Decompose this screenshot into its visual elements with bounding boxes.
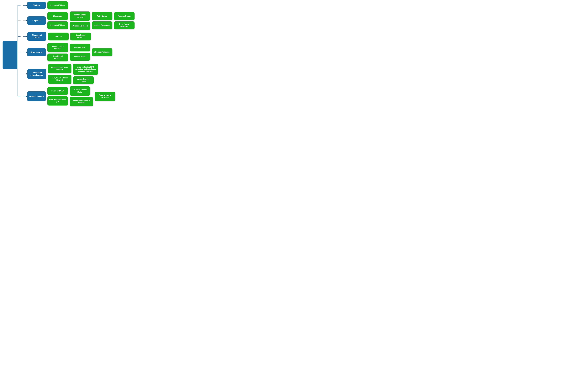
green-pair-objects-2: Fuzzy c-means clustering	[95, 92, 115, 101]
green-pair-underwater-1: dead reckoning (DR) navigation methods b…	[73, 64, 98, 84]
app-row-big-data: Big DataInternet of Things	[23, 1, 145, 9]
green-node-cybersecurity-0-1: Deep Neural Networks	[47, 53, 68, 61]
green-pair-logistics-3: Random ForestDeep Neural Networks	[114, 12, 135, 29]
green-node-underwater-1-1: Markov Random Fields	[73, 76, 94, 84]
green-pair-underwater-0: Convolutional Neural NetworkFully Convol…	[48, 64, 71, 84]
branch-arrow	[23, 96, 27, 97]
green-pair-cybersecurity-0: Support Vector MachineDeep Neural Networ…	[47, 43, 68, 61]
cat-node-objects: Objects location	[27, 91, 46, 101]
green-node-logistics-0-1: Internet of Things	[47, 21, 68, 29]
green-node-logistics-3-0: Random Forest	[114, 12, 135, 20]
root-column	[2, 1, 18, 108]
branch-arrow	[23, 51, 27, 53]
green-pair-objects-0: Fuzzy ARTMAPrules based methods of AI	[47, 87, 68, 105]
green-pair-big-data-0: Internet of Things	[47, 1, 68, 9]
horiz-branch	[23, 20, 26, 21]
horiz-branch	[23, 36, 26, 37]
green-node-objects-0-1: rules based methods of AI	[47, 96, 68, 105]
app-row-objects: Objects locationFuzzy ARTMAPrules based …	[23, 86, 145, 106]
arrow-head	[26, 20, 27, 21]
green-node-cybersecurity-0-0: Support Vector Machine	[47, 43, 68, 52]
green-node-objects-1-0: Gaussian Mixture Model	[69, 86, 90, 96]
diagram: Big DataInternet of Things LogisticsBloc…	[0, 0, 147, 110]
green-pair-logistics-2: Naive BayesLogistic Regression	[92, 12, 112, 29]
green-pair-cybersecurity-2: k-Nearest Neighbors	[92, 48, 112, 56]
green-node-underwater-0-1: Fully Convolutional Network	[48, 75, 71, 84]
green-node-logistics-3-1: Deep Neural Networks	[114, 21, 135, 29]
rows-container: Big DataInternet of Things LogisticsBloc…	[23, 1, 145, 108]
arrow-head	[26, 36, 27, 37]
green-node-underwater-0-0: Convolutional Neural Network	[48, 64, 71, 73]
green-pair-bioinspired-1: Deep Neural Networks	[70, 32, 91, 40]
cat-node-cybersecurity: Cybersecurity	[27, 48, 46, 56]
green-node-cybersecurity-1-1: Random Forest	[69, 53, 90, 61]
app-row-bioinspired: Bioinspired robotsswarm AIDeep Neural Ne…	[23, 32, 145, 41]
green-node-bioinspired-1-0: Deep Neural Networks	[70, 32, 91, 40]
cat-node-big-data: Big Data	[27, 2, 46, 9]
branch-arrow	[23, 5, 27, 6]
app-row-cybersecurity: CybersecuritySupport Vector MachineDeep …	[23, 43, 145, 61]
green-pair-bioinspired-0: swarm AI	[48, 32, 69, 40]
horiz-branch	[23, 5, 26, 6]
green-node-logistics-2-1: Logistic Regression	[92, 21, 112, 29]
green-pair-objects-1: Gaussian Mixture ModelGenerative Adversa…	[69, 86, 93, 106]
green-node-cybersecurity-2-0: k-Nearest Neighbors	[92, 48, 112, 56]
arrow-head	[26, 51, 27, 53]
horiz-branch	[23, 74, 26, 74]
green-pair-logistics-1: reinforcement learningk-Nearest Neighbor…	[69, 11, 90, 30]
green-node-logistics-1-1: k-Nearest Neighbors	[69, 22, 90, 30]
arrow-head	[26, 96, 27, 97]
arrow-head	[26, 73, 27, 75]
green-pair-cybersecurity-1: Decision TreeRandom Forest	[69, 44, 90, 61]
spine-spacer	[18, 1, 23, 108]
green-node-big-data-0-0: Internet of Things	[47, 1, 68, 9]
cat-node-underwater: Underwater mines location	[27, 69, 46, 79]
root-node	[2, 41, 17, 69]
green-node-bioinspired-0-0: swarm AI	[48, 32, 69, 40]
horiz-branch	[23, 52, 26, 52]
branch-arrow	[23, 73, 27, 75]
green-node-objects-2-0: Fuzzy c-means clustering	[95, 92, 115, 101]
green-node-cybersecurity-1-0: Decision Tree	[69, 44, 90, 51]
branch-arrow	[23, 20, 27, 21]
green-node-logistics-0-0: Blockchain	[47, 12, 68, 20]
horiz-branch	[23, 96, 26, 96]
green-node-underwater-1-0: dead reckoning (DR) navigation methods b…	[73, 64, 98, 75]
app-row-underwater: Underwater mines locationConvolutional N…	[23, 64, 145, 84]
green-node-logistics-2-0: Naive Bayes	[92, 12, 112, 20]
green-node-objects-0-0: Fuzzy ARTMAP	[47, 87, 68, 95]
green-node-logistics-1-0: reinforcement learning	[69, 11, 90, 21]
green-node-objects-1-1: Generative Adversarial Network	[69, 97, 93, 106]
green-pair-logistics-0: BlockchainInternet of Things	[47, 12, 68, 29]
branch-arrow	[23, 36, 27, 37]
cat-node-logistics: Logistics	[27, 16, 46, 25]
app-row-logistics: LogisticsBlockchainInternet of Thingsrei…	[23, 11, 145, 30]
arrow-head	[26, 5, 27, 6]
cat-node-bioinspired: Bioinspired robots	[27, 32, 46, 41]
spine-area: Big DataInternet of Things LogisticsBloc…	[18, 1, 145, 108]
